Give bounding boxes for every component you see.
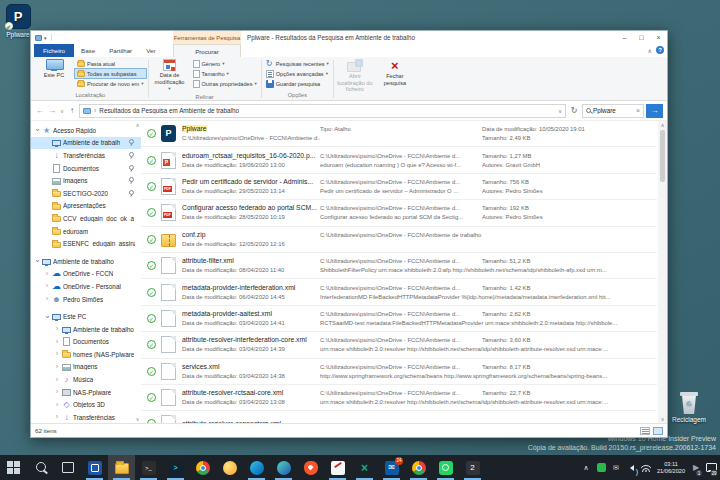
clear-search-icon[interactable]: × <box>636 107 640 114</box>
help-icon[interactable]: ? <box>656 46 664 54</box>
this-pc-button[interactable]: Este PC <box>35 58 73 79</box>
file-name[interactable]: services.xml <box>182 362 320 371</box>
sidebar-item[interactable]: › Acesso Rápido <box>31 124 141 137</box>
sidebar-item[interactable]: › Documentos <box>31 162 141 175</box>
taskbar-app-button[interactable] <box>270 455 297 480</box>
taskbar-app-button[interactable] <box>432 455 459 480</box>
sidebar-item[interactable]: › Este PC <box>31 310 141 323</box>
tab-share[interactable]: Partilhar <box>102 44 139 57</box>
file-name[interactable]: eduroam_rctsaai_requisitos_16-06-2020.p.… <box>182 151 320 160</box>
tab-search[interactable]: Procurar <box>173 44 241 57</box>
tab-home[interactable]: Base <box>74 44 102 57</box>
sidebar-item[interactable]: › Apresentações <box>31 200 141 213</box>
sidebar-item[interactable]: › OneDrive - FCCN <box>31 268 141 281</box>
file-name[interactable]: attribute-resolver-rctsaai-core.xml <box>182 388 320 397</box>
mail-tray-icon[interactable]: ✉ <box>609 455 623 480</box>
file-name[interactable]: Pplware <box>182 124 320 133</box>
sidebar-item[interactable]: › Transferências <box>31 149 141 162</box>
taskbar-app-button[interactable]: 24 <box>378 455 405 480</box>
media-control-icon[interactable]: ▶ 1 <box>689 455 703 480</box>
file-name[interactable]: attribute-filter.xml <box>182 256 320 265</box>
search-go-button[interactable]: → <box>646 104 663 118</box>
sidebar-item[interactable]: › eduroam <box>31 225 141 238</box>
expander-icon[interactable]: › <box>54 377 60 383</box>
scrollbar-thumb[interactable] <box>660 130 665 182</box>
expander-icon[interactable]: › <box>54 414 60 420</box>
ribbon-small-button[interactable]: Género ▾ <box>191 59 259 68</box>
sidebar-item[interactable]: › Imagens <box>31 174 141 187</box>
search-value[interactable]: Pplware <box>593 107 634 114</box>
collapse-ribbon-icon[interactable]: ∧ <box>648 47 652 54</box>
file-list-scrollbar[interactable]: ∧ ∨ <box>658 121 667 423</box>
ribbon-small-button[interactable]: Outras propriedades ▾ <box>191 79 259 88</box>
ribbon-small-button[interactable]: Procurar de novo em ▾ <box>75 79 146 88</box>
expander-icon[interactable]: › <box>44 296 50 302</box>
expander-icon[interactable]: › <box>44 271 50 277</box>
sidebar-item[interactable]: › Objetos 3D <box>31 398 141 411</box>
file-name[interactable]: Configurar acesso federado ao portal SCM… <box>182 203 320 212</box>
expander-icon[interactable]: › <box>44 283 50 289</box>
file-row[interactable]: ✓ services.xml C:\Utilizadores\psimo\One… <box>141 359 657 385</box>
sidebar-item[interactable]: › OneDrive - Personal <box>31 280 141 293</box>
sidebar-item[interactable]: › SECTIGO-2020 <box>31 187 141 200</box>
file-name[interactable]: attribute-resolver-connectors.xml <box>182 419 320 423</box>
taskbar-app-button[interactable] <box>216 455 243 480</box>
tab-file[interactable]: Ficheiro <box>34 44 74 57</box>
tray-expand-icon[interactable]: ∧ <box>579 455 593 480</box>
breadcrumb[interactable]: › Resultados da Pesquisa em Ambiente de … <box>79 104 566 118</box>
taskbar-app-button[interactable] <box>81 455 108 480</box>
file-row[interactable]: ✓ Pedir um certificado de servidor - Adm… <box>141 174 657 200</box>
file-row[interactable]: ✓ metadata-provider-interfederation.xml … <box>141 279 657 305</box>
sidebar-item[interactable]: › homes (NAS-Pplware <box>31 348 141 361</box>
file-row[interactable]: ✓ conf.zip C:\Utilizadores\psimo\OneDriv… <box>141 227 657 253</box>
file-name[interactable]: metadata-provider-interfederation.xml <box>182 283 320 292</box>
file-name[interactable]: Pedir um certificado de servidor - Admin… <box>182 177 320 186</box>
expander-icon[interactable]: › <box>54 364 60 370</box>
expander-icon[interactable]: › <box>54 351 60 357</box>
title-bar[interactable]: ▾ Ferramentas de Pesquisa Pplware - Resu… <box>31 31 667 44</box>
expander-icon[interactable]: › <box>34 127 40 133</box>
maximize-button[interactable]: ☐ <box>633 31 650 44</box>
taskbar-clock[interactable]: 03:11 21/06/2020 <box>654 461 688 475</box>
file-row[interactable]: ✓ metadata-provider-aaitest.xml C:\Utili… <box>141 306 657 332</box>
recent-searches-button[interactable]: ↻ Pesquisas recentes ▾ <box>264 59 331 68</box>
sidebar-item[interactable]: › Ambiente de trabalho <box>31 323 141 336</box>
scroll-up-icon[interactable]: ∧ <box>136 122 140 128</box>
action-center-icon[interactable]: 29 <box>704 455 718 480</box>
file-row[interactable]: ✓ attribute-filter.xml C:\Utilizadores\p… <box>141 253 657 279</box>
scroll-up-icon[interactable]: ∧ <box>661 122 665 128</box>
sidebar-item[interactable]: › Pedro Simões <box>31 293 141 306</box>
expander-icon[interactable]: › <box>54 389 60 395</box>
file-row[interactable]: ✓ eduroam_rctsaai_requisitos_16-06-2020.… <box>141 147 657 173</box>
task-view-button[interactable] <box>54 455 81 480</box>
sidebar-item[interactable]: › Transferências <box>31 411 141 423</box>
sidebar-item[interactable]: › NAS-Pplware <box>31 386 141 399</box>
sidebar-item[interactable]: › Imagens <box>31 361 141 374</box>
breadcrumb-text[interactable]: Resultados da Pesquisa em Ambiente de tr… <box>99 107 239 114</box>
recent-locations-icon[interactable]: ∨ <box>59 108 65 114</box>
taskbar-app-button[interactable] <box>405 455 432 480</box>
start-button[interactable] <box>0 455 27 480</box>
taskbar-app-button[interactable] <box>459 455 486 480</box>
expander-icon[interactable]: › <box>54 339 60 345</box>
taskbar-search-button[interactable] <box>27 455 54 480</box>
close-search-button[interactable]: × Fechar pesquisa <box>376 58 414 86</box>
file-row[interactable]: ✓ attribute-resolver-rctsaai-core.xml C:… <box>141 385 657 411</box>
file-name[interactable]: attribute-resolver-interfederation-core.… <box>182 335 320 344</box>
taskbar-app-button[interactable] <box>162 455 189 480</box>
search-input[interactable]: Pplware × <box>582 104 644 118</box>
sidebar-scrollbar[interactable]: ∧ ∨ <box>134 121 141 423</box>
minimize-button[interactable]: – <box>616 31 633 44</box>
wifi-icon[interactable] <box>639 455 653 480</box>
tray-app-icon[interactable] <box>594 455 608 480</box>
chevron-down-icon[interactable]: ∨ <box>558 108 562 114</box>
taskbar-app-button[interactable] <box>324 455 351 480</box>
taskbar-app-button[interactable] <box>135 455 162 480</box>
taskbar-app-button[interactable] <box>108 455 135 480</box>
taskbar-app-button[interactable] <box>351 455 378 480</box>
sidebar-item[interactable]: › CCV_edugain_doc_ok_a <box>31 212 141 225</box>
ribbon-small-button[interactable]: Todas as subpastas <box>75 69 146 78</box>
expander-icon[interactable]: › <box>34 258 40 264</box>
close-button[interactable]: × <box>650 31 667 44</box>
up-button[interactable]: ↑ <box>67 106 77 115</box>
